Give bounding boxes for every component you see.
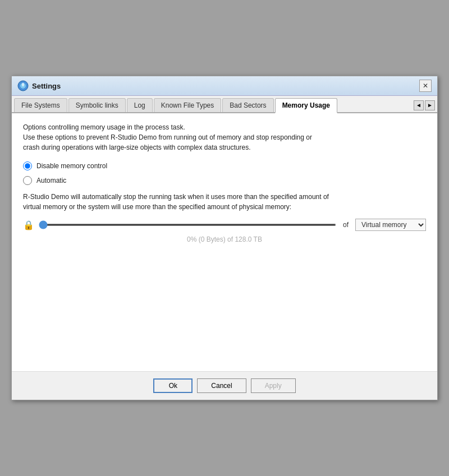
tab-known-file-types[interactable]: Known File Types <box>154 98 222 112</box>
title-bar-left: Settings <box>17 80 61 91</box>
memory-type-select[interactable]: Virtual memory Physical memory <box>355 219 426 231</box>
settings-window: Settings ✕ File Systems Symbolic links L… <box>11 76 438 400</box>
tab-bar: File Systems Symbolic links Log Known Fi… <box>12 96 437 113</box>
tab-scroll-buttons: ◄ ► <box>414 100 435 110</box>
tab-log[interactable]: Log <box>127 98 153 112</box>
description-line1: Options controlling memory usage in the … <box>23 122 426 132</box>
automatic-description: R-Studio Demo will automatically stop th… <box>23 192 426 212</box>
tab-memory-usage[interactable]: Memory Usage <box>275 98 337 113</box>
slider-lock-icon: 🔒 <box>23 220 34 230</box>
tab-scroll-right-button[interactable]: ► <box>425 100 435 110</box>
close-button[interactable]: ✕ <box>419 80 432 92</box>
radio-group: Disable memory control Automatic <box>23 161 426 185</box>
apply-button[interactable]: Apply <box>251 378 296 393</box>
app-icon <box>17 80 29 91</box>
window-title: Settings <box>32 82 61 90</box>
title-bar: Settings ✕ <box>12 76 437 96</box>
radio-disable-item: Disable memory control <box>23 161 426 170</box>
tab-symbolic-links[interactable]: Symbolic links <box>68 98 126 112</box>
automatic-desc-line1: R-Studio Demo will automatically stop th… <box>23 192 426 202</box>
tab-bad-sectors[interactable]: Bad Sectors <box>222 98 273 112</box>
slider-value-text: 0% (0 Bytes) of 128.0 TB <box>23 235 426 243</box>
content-area: Options controlling memory usage in the … <box>12 113 437 371</box>
radio-disable-input[interactable] <box>23 161 32 170</box>
slider-row: 🔒 of Virtual memory Physical memory <box>23 219 426 231</box>
radio-automatic-label[interactable]: Automatic <box>36 177 66 184</box>
description-box: Options controlling memory usage in the … <box>23 122 426 152</box>
description-line2: Use these options to prevent R-Studio De… <box>23 132 426 142</box>
tab-file-systems[interactable]: File Systems <box>14 98 67 112</box>
radio-automatic-input[interactable] <box>23 176 32 185</box>
footer: Ok Cancel Apply <box>12 371 437 400</box>
memory-slider[interactable] <box>39 224 336 226</box>
cancel-button[interactable]: Cancel <box>197 378 246 393</box>
of-label: of <box>343 221 349 229</box>
radio-automatic-item: Automatic <box>23 176 426 185</box>
radio-disable-label[interactable]: Disable memory control <box>36 162 107 170</box>
tab-scroll-left-button[interactable]: ◄ <box>414 100 424 110</box>
automatic-desc-line2: virtual memory or the system will use mo… <box>23 202 426 212</box>
ok-button[interactable]: Ok <box>153 378 193 393</box>
description-line3: crash during operations with large-size … <box>23 142 426 152</box>
